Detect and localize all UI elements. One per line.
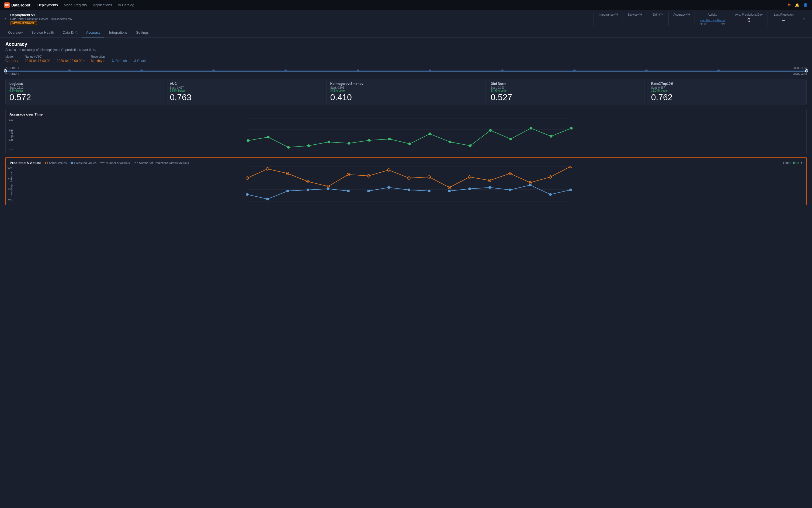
- svg-point-53: [468, 187, 471, 190]
- rate-value: 0.762: [651, 93, 803, 102]
- slider-dot-3[interactable]: [212, 70, 215, 72]
- logloss-card: LogLoss Start: 0.612 6.6% better 0.572: [5, 79, 165, 105]
- slider-dot-1[interactable]: [68, 70, 71, 72]
- model-label: Model: [5, 55, 18, 58]
- model-dropdown[interactable]: Current ▾: [5, 59, 18, 63]
- slider-dot-9[interactable]: [645, 70, 648, 72]
- tab-settings[interactable]: Settings: [132, 28, 153, 37]
- nav-deployments[interactable]: Deployments: [35, 2, 60, 8]
- slider-handle-right[interactable]: [805, 69, 808, 73]
- user-icon[interactable]: 👤: [803, 3, 808, 7]
- service-label: Service: [628, 13, 638, 16]
- slider-dot-6[interactable]: [429, 70, 431, 72]
- tab-data-drift[interactable]: Data Drift: [59, 28, 81, 37]
- range-to-button[interactable]: 2020-04-23 00:00 ▾: [57, 59, 85, 63]
- svg-point-44: [286, 189, 289, 192]
- svg-point-46: [327, 187, 330, 190]
- slider-track[interactable]: [5, 71, 807, 72]
- nav-model-registry[interactable]: Model Registry: [61, 2, 90, 8]
- tab-nav: Overview Service Health Data Drift Accur…: [0, 28, 812, 38]
- logo-text: DataRobot: [11, 3, 31, 7]
- class-chevron-icon: ▾: [801, 161, 802, 165]
- importance-metric: Importance ?: [594, 12, 622, 26]
- timeline-end-label: 2020-04-23: [793, 67, 807, 70]
- nav-applications[interactable]: Applications: [90, 2, 115, 8]
- range-from-button[interactable]: 2019-04-17 00:00: [25, 59, 50, 63]
- legend-predicted: Predicted Values: [71, 161, 96, 165]
- accuracy-metric-header: Accuracy ?: [669, 12, 694, 26]
- predicted-actual-chart: [16, 166, 802, 202]
- svg-point-6: [287, 146, 290, 149]
- gini-start: Start: 0.393: [490, 86, 642, 89]
- logloss-start: Start: 0.612: [9, 86, 161, 89]
- needs-approval-badge[interactable]: NEEDS APPROVAL: [10, 21, 37, 25]
- legend-actual: Actual Values: [45, 161, 67, 165]
- rate-title: Rate@Top10%: [651, 82, 803, 86]
- last-prediction-value: –: [773, 17, 795, 24]
- page-title: Accuracy: [5, 41, 807, 47]
- range-chevron-icon: ▾: [83, 59, 85, 62]
- tab-accuracy[interactable]: Accuracy: [82, 28, 104, 37]
- slider-dot-8[interactable]: [573, 70, 576, 72]
- ks-title: Kolmogorov-Smirnov: [330, 82, 482, 86]
- drift-help-icon[interactable]: ?: [659, 13, 663, 16]
- class-selector[interactable]: Class True ▾: [783, 161, 802, 165]
- gini-card: Gini Norm Start: 0.393 33.93% better 0.5…: [486, 79, 646, 105]
- auc-value: 0.763: [170, 93, 321, 102]
- accuracy-help-icon[interactable]: ?: [686, 13, 690, 16]
- logloss-title: LogLoss: [9, 82, 161, 86]
- rate-card: Rate@Top10% Start: 0.687 11.04% better 0…: [647, 79, 807, 105]
- resolution-control: Resolution Monthly ▾: [91, 55, 105, 63]
- back-button[interactable]: ‹: [4, 16, 6, 22]
- header-menu-icon[interactable]: ≡: [800, 12, 808, 26]
- accuracy-chart-title: Accuracy over Time: [9, 112, 803, 116]
- svg-point-14: [449, 140, 452, 143]
- nav-ai-catalog[interactable]: AI Catalog: [115, 2, 137, 8]
- slider-dot-7[interactable]: [501, 70, 504, 72]
- header-metrics: Importance ? Service ? Drift ? Accuracy …: [594, 12, 808, 26]
- y-axis-label-logloss: LogLoss: [9, 119, 14, 151]
- timeline-slider: 2019-04-17 2020-04-23 2019-04-17 2020-04…: [5, 66, 807, 79]
- reset-button[interactable]: ↺ Reset: [133, 59, 146, 63]
- metric-cards-row: LogLoss Start: 0.612 6.6% better 0.572 A…: [5, 79, 807, 105]
- reset-icon: ↺: [133, 59, 136, 63]
- svg-point-11: [388, 138, 391, 140]
- logo[interactable]: DR DataRobot: [4, 2, 31, 8]
- slider-dot-4[interactable]: [285, 70, 287, 72]
- resolution-dropdown[interactable]: Monthly ▾: [91, 59, 104, 63]
- slider-dot-10[interactable]: [717, 70, 720, 72]
- slider-dot-5[interactable]: [357, 70, 359, 72]
- slider-dot-2[interactable]: [140, 70, 143, 72]
- slider-fill: [5, 71, 807, 72]
- predicted-legend-icon: [71, 162, 73, 164]
- model-chevron-icon: ▾: [17, 59, 18, 62]
- svg-point-13: [429, 132, 431, 135]
- pa-legend: Actual Values Predicted Values Number of…: [45, 161, 779, 165]
- svg-point-9: [348, 142, 350, 145]
- drift-label: Drift: [653, 13, 658, 16]
- logloss-value: 0.572: [9, 93, 161, 102]
- slider-handle-left[interactable]: [4, 69, 7, 73]
- svg-point-45: [307, 188, 309, 191]
- timeline-sub-start: 2019-04-17: [5, 73, 19, 76]
- svg-point-57: [549, 193, 552, 196]
- ks-start: Start: 0.305: [330, 86, 482, 89]
- tab-service-health[interactable]: Service Health: [28, 28, 58, 37]
- auc-title: AUC: [170, 82, 321, 86]
- svg-point-4: [247, 139, 250, 142]
- range-label: Range (UTC): [25, 55, 85, 58]
- avg-predictions-value: 0: [735, 17, 763, 24]
- bell-icon[interactable]: 🔔: [795, 3, 799, 7]
- y-axis-label-percentage: Percentage of Records: [10, 166, 13, 202]
- svg-point-12: [409, 142, 411, 145]
- importance-help-icon[interactable]: ?: [614, 13, 618, 16]
- resolution-chevron-icon: ▾: [103, 59, 104, 62]
- activity-metric: Activity Apr 15 now: [694, 12, 730, 26]
- service-help-icon[interactable]: ?: [639, 13, 642, 16]
- nav-right-icons: ⚑ 🔔 👤: [787, 3, 808, 7]
- notifications-icon[interactable]: ⚑: [787, 3, 791, 7]
- tab-integrations[interactable]: Integrations: [105, 28, 131, 37]
- refresh-button[interactable]: ↻ Refresh: [112, 59, 127, 63]
- tab-overview[interactable]: Overview: [4, 28, 27, 37]
- activity-to: now: [721, 23, 725, 25]
